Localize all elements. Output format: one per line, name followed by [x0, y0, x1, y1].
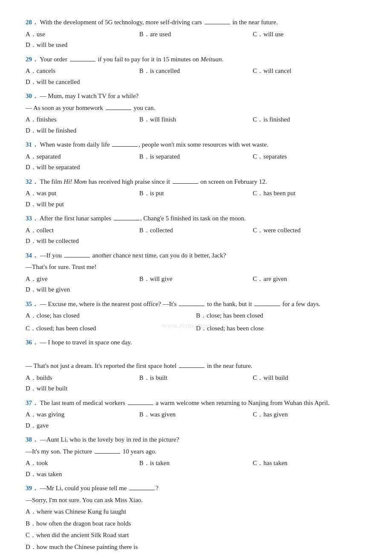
question-33: 33． After the first lunar samples , Chan… [26, 213, 366, 247]
q28-option-d: D．will be used [26, 40, 366, 51]
q37-options: A．was giving B．was given C．has given D．g… [26, 409, 366, 431]
q30-number: 30． [26, 92, 38, 99]
q32-option-b: B．is put [139, 188, 253, 199]
q38-option-c: C．has taken [253, 458, 366, 469]
q38-text1: 38． —Aunt Li, who is the lovely boy in r… [26, 434, 366, 445]
q29-option-c: C．will cancel [253, 66, 366, 77]
q32-option-a: A．was put [26, 188, 139, 199]
q35-option-c: C．closed; has been closed [26, 323, 196, 334]
q32-options: A．was put B．is put C．has been put D．will… [26, 188, 366, 210]
exam-content: 28． With the development of 5G technolog… [26, 17, 366, 555]
question-35: 35． — Excuse me, where is the nearest po… [26, 299, 366, 334]
q35-option-d: D．closed; has been close [196, 323, 366, 334]
q36-text1: 36． — I hope to travel in space one day. [26, 337, 366, 348]
q35-number: 35． [26, 301, 38, 307]
q31-option-c: C．separates [253, 151, 366, 162]
q30-options: A．finishes B．will finish C．is finished D… [26, 114, 366, 136]
q37-text: 37． The last team of medical workers a w… [26, 398, 366, 409]
q28-option-c: C．will use [253, 29, 366, 40]
question-37: 37． The last team of medical workers a w… [26, 398, 366, 431]
q39-option-a: A．where was Chinese Kung fu taught [26, 506, 366, 517]
q32-number: 32． [26, 178, 38, 185]
q38-option-b: B．is taken [139, 458, 253, 469]
q28-option-b: B．are used [139, 29, 253, 40]
q36-option-b: B．is built [139, 373, 253, 384]
q34-options: A．give B．will give C．are given D．will be… [26, 274, 366, 295]
q31-options: A．separated B．is separated C．separates D… [26, 151, 366, 173]
q35-option-b: B．close; has been closed [196, 310, 366, 321]
q29-option-a: A．cancels [26, 66, 139, 77]
question-36: 36． — I hope to travel in space one day.… [26, 337, 366, 394]
q39-options: A．where was Chinese Kung fu taught B．how… [26, 506, 366, 552]
q33-options: A．collect B．collected C．were collected D… [26, 225, 366, 247]
q31-number: 31． [26, 141, 38, 148]
q30-option-a: A．finishes [26, 114, 139, 125]
q37-option-a: A．was giving [26, 409, 139, 420]
question-32: 32． The film Hi! Mom has received high p… [26, 176, 366, 210]
q34-text1: 34． —If you another chance next time, ca… [26, 250, 366, 261]
q39-text2: —Sorry, I'm not sure. You can ask Miss X… [26, 495, 366, 506]
q30-text2: — As soon as your homework you can. [26, 103, 366, 114]
question-28: 28． With the development of 5G technolog… [26, 17, 366, 51]
q39-option-d: D．how much the Chinese painting there is [26, 542, 366, 553]
q39-text1: 39． —Mr Li, could you please tell me ? [26, 483, 366, 494]
q38-number: 38． [26, 436, 38, 443]
q34-option-b: B．will give [139, 274, 253, 285]
q33-option-b: B．collected [139, 225, 253, 236]
q29-option-b: B．is cancelled [139, 66, 253, 77]
q34-text2: —That's for sure. Trust me! [26, 262, 366, 273]
q28-option-a: A．use [26, 29, 139, 40]
q35-options: A．close; has closed B．close; has been cl… [26, 310, 366, 334]
q35-options-row2: C．closed; has been closed D．closed; has … [26, 323, 366, 334]
q39-option-c: C．when did the ancient Silk Road start [26, 530, 366, 541]
q31-option-a: A．separated [26, 151, 139, 162]
q29-text: 29． Your order if you fail to pay for it… [26, 54, 366, 65]
q36-option-a: A．builds [26, 373, 139, 384]
q38-option-d: D．was taken [26, 469, 366, 480]
question-38: 38． —Aunt Li, who is the lovely boy in r… [26, 434, 366, 480]
q30-text1: 30． — Mum, may I watch TV for a while? [26, 91, 366, 102]
q30-option-c: C．is finished [253, 114, 366, 125]
q37-option-d: D．gave [26, 420, 366, 431]
q29-option-d: D．will be cancelled [26, 77, 366, 88]
question-31: 31． When waste from daily life , people … [26, 139, 366, 173]
q34-option-d: D．will be given [26, 284, 366, 295]
q31-option-d: D．will be separated [26, 162, 366, 173]
question-39: 39． —Mr Li, could you please tell me ? —… [26, 483, 366, 552]
q37-option-b: B．was given [139, 409, 253, 420]
q33-option-c: C．were collected [253, 225, 366, 236]
q36-option-c: C．will build [253, 373, 366, 384]
q33-number: 33． [26, 215, 38, 222]
q36-number: 36． [26, 339, 38, 346]
q28-number: 28． [26, 19, 38, 26]
q32-text: 32． The film Hi! Mom has received high p… [26, 176, 366, 188]
q32-option-c: C．has been put [253, 188, 366, 199]
q31-text: 31． When waste from daily life , people … [26, 139, 366, 150]
q32-option-d: D．will be put [26, 199, 366, 210]
q38-text2: —It's my son. The picture 10 years ago. [26, 446, 366, 457]
q35-option-a: A．close; has closed [26, 310, 196, 321]
q37-option-c: C．has given [253, 409, 366, 420]
q36-options: A．builds B．is built C．will build D．will … [26, 373, 366, 394]
q28-options: A．use B．are used C．will use D．will be us… [26, 29, 366, 51]
q38-options: A．took B．is taken C．has taken D．was take… [26, 458, 366, 480]
q29-number: 29． [26, 56, 38, 63]
q34-number: 34． [26, 252, 38, 259]
q34-option-c: C．are given [253, 274, 366, 285]
question-30: 30． — Mum, may I watch TV for a while? —… [26, 91, 366, 136]
q34-option-a: A．give [26, 274, 139, 285]
q30-option-d: D．will be finished [26, 125, 366, 136]
q31-option-b: B．is separated [139, 151, 253, 162]
q36-option-d: D．will be built [26, 383, 366, 394]
q35-text1: 35． — Excuse me, where is the nearest po… [26, 299, 366, 310]
q33-option-a: A．collect [26, 225, 139, 236]
q33-text: 33． After the first lunar samples , Chan… [26, 213, 366, 224]
q30-option-b: B．will finish [139, 114, 253, 125]
q37-number: 37． [26, 399, 38, 406]
q35-options-row1: A．close; has closed B．close; has been cl… [26, 310, 366, 321]
question-34: 34． —If you another chance next time, ca… [26, 250, 366, 295]
q33-option-d: D．will be collected [26, 236, 366, 247]
q38-option-a: A．took [26, 458, 139, 469]
q28-text: 28． With the development of 5G technolog… [26, 17, 366, 28]
question-29: 29． Your order if you fail to pay for it… [26, 54, 366, 88]
